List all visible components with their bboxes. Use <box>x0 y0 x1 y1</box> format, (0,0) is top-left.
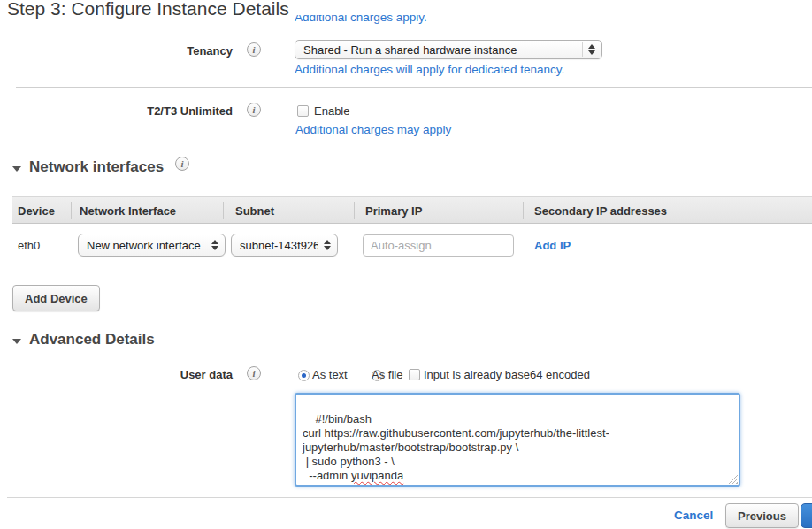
subnet-select-value: subnet-143f9263 <box>240 239 318 252</box>
base64-checkbox-label: Input is already base64 encoded <box>424 368 590 381</box>
network-interfaces-collapse-icon[interactable] <box>12 166 21 172</box>
tenancy-info-icon[interactable]: i <box>247 42 261 57</box>
user-data-info-icon[interactable]: i <box>247 366 261 380</box>
user-data-text: #!/bin/bash curl https://raw.githubuserc… <box>303 412 609 482</box>
column-separator <box>354 202 355 218</box>
as-text-radio-label: As text <box>312 368 348 381</box>
user-data-misspelled-word: yuvipanda <box>351 469 403 482</box>
add-device-button[interactable]: Add Device <box>12 285 100 311</box>
configure-instance-details-page: Additional charges apply. Step 3: Config… <box>0 0 812 529</box>
network-interface-select-value: New network interface <box>87 239 206 252</box>
column-device: Device <box>18 204 55 218</box>
tenancy-select[interactable]: Shared - Run a shared hardware instance <box>295 40 602 59</box>
enable-checkbox[interactable] <box>297 105 309 117</box>
cancel-link[interactable]: Cancel <box>674 509 713 522</box>
select-spinner-icon <box>211 238 221 252</box>
primary-ip-input[interactable] <box>363 234 514 257</box>
column-separator <box>223 202 224 218</box>
footer-divider <box>7 497 812 498</box>
network-interface-select[interactable]: New network interface <box>78 234 226 257</box>
subnet-select[interactable]: subnet-143f9263 <box>231 234 338 257</box>
network-interfaces-table-header: Device Network Interface Subnet Primary … <box>12 196 812 224</box>
add-ip-link[interactable]: Add IP <box>534 239 571 252</box>
tenancy-label: Tenancy <box>0 44 233 58</box>
t2t3-info-icon[interactable]: i <box>247 103 261 117</box>
column-primary-ip: Primary IP <box>365 204 422 218</box>
advanced-details-collapse-icon[interactable] <box>12 339 21 344</box>
section-divider <box>16 87 812 88</box>
column-subnet: Subnet <box>235 204 274 218</box>
base64-checkbox[interactable] <box>409 369 420 380</box>
device-name: eth0 <box>18 239 40 252</box>
network-interfaces-info-icon[interactable]: i <box>175 157 189 171</box>
tenancy-select-value: Shared - Run a shared hardware instance <box>303 43 577 57</box>
column-separator <box>523 202 524 218</box>
column-network-interface: Network Interface <box>80 204 176 218</box>
select-spinner-icon <box>582 42 598 57</box>
advanced-details-heading: Advanced Details <box>29 331 155 349</box>
column-secondary-ip: Secondary IP addresses <box>534 204 667 218</box>
tenancy-charges-link[interactable]: Additional charges will apply for dedica… <box>295 63 564 76</box>
t2t3-charges-link[interactable]: Additional charges may apply <box>295 123 451 136</box>
user-data-textarea[interactable]: #!/bin/bash curl https://raw.githubuserc… <box>295 393 740 487</box>
as-text-radio[interactable] <box>298 370 310 381</box>
select-spinner-icon <box>324 238 333 252</box>
previous-button[interactable]: Previous <box>725 503 799 528</box>
user-data-label: User data <box>0 368 233 381</box>
t2t3-label: T2/T3 Unlimited <box>0 104 233 118</box>
primary-action-button[interactable] <box>801 503 812 528</box>
as-file-radio-label: As file <box>372 368 402 381</box>
column-separator <box>801 202 801 218</box>
column-separator <box>71 202 72 218</box>
network-interfaces-heading: Network interfaces <box>29 158 164 176</box>
page-title: Step 3: Configure Instance Details <box>7 0 289 19</box>
enable-checkbox-label: Enable <box>314 104 349 118</box>
resize-handle-icon[interactable] <box>728 474 738 484</box>
